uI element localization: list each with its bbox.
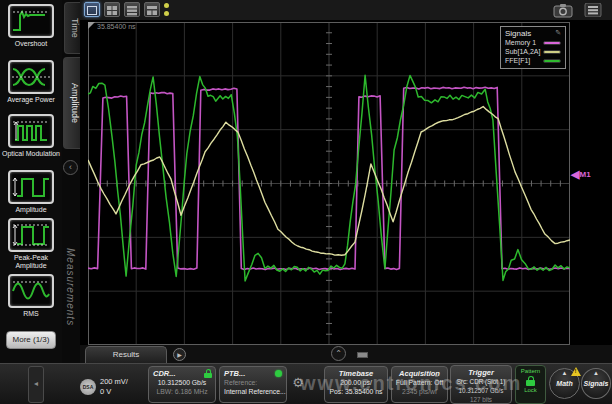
ptb-status-led xyxy=(275,370,282,377)
signals-legend[interactable]: ✎ Signals Memory 1 Sub[1A,2A] FFE[F1] xyxy=(500,26,566,69)
tab-amplitude[interactable]: Amplitude xyxy=(63,57,80,149)
rms-icon xyxy=(11,277,51,305)
measurement-label: Peak-Peak Amplitude xyxy=(0,254,62,270)
amplitude-button[interactable] xyxy=(8,170,54,204)
top-toolbar xyxy=(80,0,612,20)
channel-badge: DSA xyxy=(80,379,96,395)
waveform-display-region: 35.85400 ns ✎ Signals Memory 1 Sub[1A,2A… xyxy=(80,20,612,345)
grid-view-icon xyxy=(145,4,159,17)
drawer-handle[interactable]: ◂ xyxy=(28,366,44,403)
optical-modulation-button[interactable] xyxy=(8,114,54,148)
results-bar: Results ▶ ⌃ xyxy=(80,345,612,363)
optical-modulation-icon xyxy=(11,117,51,145)
settings-gear-button[interactable]: ⚙ xyxy=(289,374,307,392)
pattern-lock-icon xyxy=(526,376,535,386)
cdr-lock-icon xyxy=(204,369,212,378)
timebase-position-readout: 35.85400 ns xyxy=(97,23,136,30)
trace-memory-1 xyxy=(88,87,570,269)
overshoot-icon xyxy=(11,7,51,35)
main-menu-button[interactable] xyxy=(584,3,602,17)
sub-color-swatch xyxy=(543,50,561,54)
single-view-icon xyxy=(85,4,99,17)
measurements-sidebar: Overshoot Average Power Optical Modulati… xyxy=(0,0,62,363)
waveform-traces-layer xyxy=(88,22,570,345)
results-play-button[interactable]: ▶ xyxy=(173,348,186,361)
layout-single-button[interactable] xyxy=(84,2,100,17)
more-measurements-button[interactable]: More (1/3) xyxy=(6,331,56,349)
chevron-up-icon: ▲ xyxy=(582,369,610,377)
peak-peak-amplitude-button[interactable] xyxy=(8,218,54,252)
ffe-color-swatch xyxy=(543,59,561,63)
legend-title: ✎ Signals xyxy=(505,29,561,38)
tab-time[interactable]: Time xyxy=(64,2,80,54)
average-power-button[interactable] xyxy=(8,60,54,94)
memory1-color-swatch xyxy=(543,41,561,45)
waveform-plot: 35.85400 ns ✎ Signals Memory 1 Sub[1A,2A… xyxy=(88,22,570,345)
measurements-panel-label: Measurements xyxy=(65,248,76,326)
channel-offset[interactable]: 0 V xyxy=(100,387,111,396)
acquisition-box[interactable]: Acquisition Full Pattern: Off 2345 pts/w… xyxy=(391,366,448,403)
status-dot-bottom xyxy=(164,11,169,16)
math-button[interactable]: ▲ Math xyxy=(549,368,580,399)
screenshot-button[interactable] xyxy=(552,2,574,18)
collapse-sidebar-button[interactable]: ‹ xyxy=(63,160,78,175)
oscilloscope-app: Overshoot Average Power Optical Modulati… xyxy=(0,0,612,404)
rms-button[interactable] xyxy=(8,274,54,308)
camera-icon xyxy=(552,2,574,18)
status-bar: ◂ DSA 200 mV/ 0 V CDR... 10.312500 Gb/s … xyxy=(0,363,612,404)
peak-peak-icon xyxy=(11,221,51,249)
signals-button[interactable]: ▲ Signals xyxy=(581,368,611,399)
math-warning-icon xyxy=(571,367,581,376)
cdr-box[interactable]: CDR... 10.312500 Gb/s LBW: 6.186 MHz xyxy=(148,366,216,403)
measurement-label: Average Power xyxy=(0,96,62,104)
measurement-label: RMS xyxy=(0,310,62,318)
timebase-box[interactable]: Timebase 200.00 ps/ Pos: 35.85400 ns xyxy=(324,366,388,403)
measurement-label: Optical Modulation xyxy=(0,150,62,158)
minimize-panel-button[interactable] xyxy=(357,352,368,358)
status-dot-top xyxy=(164,3,169,8)
legend-entry-sub[interactable]: Sub[1A,2A] xyxy=(505,47,561,56)
collapse-results-button[interactable]: ⌃ xyxy=(331,346,346,361)
amplitude-icon xyxy=(11,173,51,201)
measurement-label: Overshoot xyxy=(0,40,62,48)
rows-view-icon xyxy=(125,4,139,17)
ptb-box[interactable]: PTB... Reference: Internal Reference... xyxy=(219,366,287,403)
legend-entry-memory1[interactable]: Memory 1 xyxy=(505,38,561,47)
layout-quad-button[interactable] xyxy=(104,2,120,17)
view-tabstrip: Time Amplitude ‹ Measurements xyxy=(62,0,80,363)
measurement-label: Amplitude xyxy=(0,206,62,214)
layout-rows-button[interactable] xyxy=(124,2,140,17)
eye-diagram-icon xyxy=(11,63,51,91)
marker-m1[interactable]: ◀M1 xyxy=(571,168,591,181)
results-tab[interactable]: Results xyxy=(85,346,167,363)
plot-corner-flag xyxy=(88,22,95,29)
channel-scale[interactable]: 200 mV/ xyxy=(100,377,128,386)
legend-pin-icon[interactable]: ✎ xyxy=(555,29,561,37)
trigger-box[interactable]: Trigger Src: CDR (Slot 1) 10.312507 Gb/s… xyxy=(450,365,512,404)
pattern-lock-button[interactable]: Pattern Lock xyxy=(515,365,546,404)
hamburger-menu-icon xyxy=(584,3,602,17)
overshoot-button[interactable] xyxy=(8,4,54,38)
legend-entry-ffe[interactable]: FFE[F1] xyxy=(505,56,561,65)
quad-view-icon xyxy=(105,4,119,17)
layout-grid-button[interactable] xyxy=(144,2,160,17)
